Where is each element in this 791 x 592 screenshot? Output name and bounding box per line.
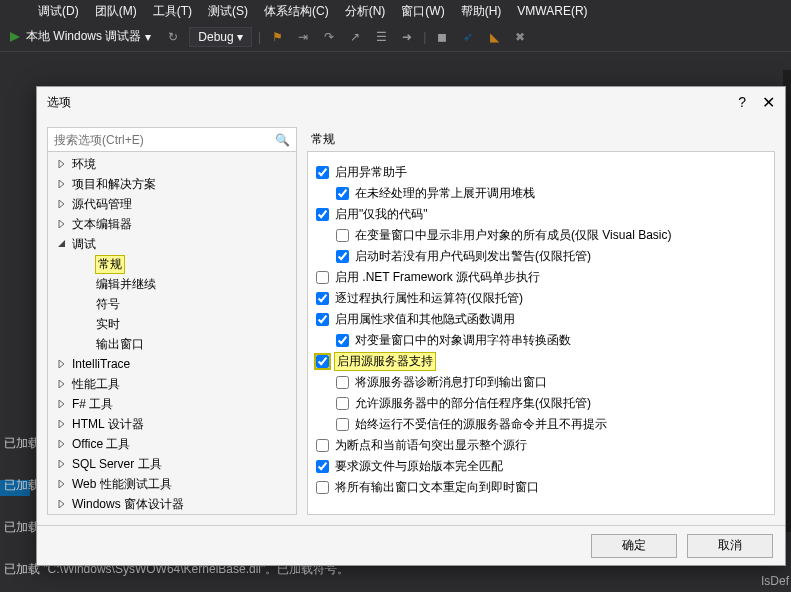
section-header: 常规 (307, 127, 775, 151)
tree-node-label: 调试 (72, 236, 96, 253)
flag-icon[interactable]: ⚑ (267, 27, 287, 47)
options-list: 启用异常助手在未经处理的异常上展开调用堆栈启用"仅我的代码"在变量窗口中显示非用… (307, 151, 775, 515)
ok-button[interactable]: 确定 (591, 534, 677, 558)
search-icon[interactable]: 🔍 (275, 133, 290, 147)
menu-test[interactable]: 测试(S) (202, 1, 254, 22)
option-checkbox[interactable] (316, 439, 329, 452)
list-icon[interactable]: ☰ (371, 27, 391, 47)
tree-node[interactable]: Office 工具 (48, 434, 296, 454)
expander-closed-icon[interactable] (56, 498, 68, 510)
expander-none (80, 278, 92, 290)
menu-tools[interactable]: 工具(T) (147, 1, 198, 22)
start-debug-button[interactable]: 本地 Windows 调试器 ▾ (4, 26, 157, 47)
close-icon[interactable]: ✕ (762, 93, 775, 112)
tree-node-label: 常规 (96, 256, 124, 273)
tree-node[interactable]: 编辑并继续 (48, 274, 296, 294)
bookmark-icon[interactable]: ◼ (432, 27, 452, 47)
option-row: 将源服务器诊断消息打印到输出窗口 (314, 372, 768, 392)
option-checkbox[interactable] (336, 250, 349, 263)
menu-vmware[interactable]: VMWARE(R) (511, 2, 593, 20)
tree-node[interactable]: 项目和解决方案 (48, 174, 296, 194)
help-icon[interactable]: ? (738, 94, 746, 110)
tag-icon[interactable]: ◣ (484, 27, 504, 47)
option-checkbox[interactable] (316, 208, 329, 221)
step-out-icon[interactable]: ↗ (345, 27, 365, 47)
option-label: 启用源服务器支持 (335, 353, 435, 370)
expander-closed-icon[interactable] (56, 158, 68, 170)
option-checkbox[interactable] (316, 313, 329, 326)
option-row: 启用"仅我的代码" (314, 204, 768, 224)
menu-help[interactable]: 帮助(H) (455, 1, 508, 22)
expander-closed-icon[interactable] (56, 418, 68, 430)
arrow-icon[interactable]: ➜ (397, 27, 417, 47)
tree-node[interactable]: F# 工具 (48, 394, 296, 414)
option-label: 始终运行不受信任的源服务器命令并且不再提示 (355, 416, 607, 433)
option-row: 启用源服务器支持 (314, 351, 768, 371)
expander-open-icon[interactable] (56, 238, 68, 250)
tree-node[interactable]: Web 性能测试工具 (48, 474, 296, 494)
option-checkbox[interactable] (336, 397, 349, 410)
tree-node[interactable]: 性能工具 (48, 374, 296, 394)
option-row: 对变量窗口中的对象调用字符串转换函数 (314, 330, 768, 350)
tree-node-label: 性能工具 (72, 376, 120, 393)
tree-node-label: 输出窗口 (96, 336, 144, 353)
status-text: IsDef (761, 574, 789, 588)
option-checkbox[interactable] (336, 376, 349, 389)
option-checkbox[interactable] (316, 166, 329, 179)
tree-node-label: HTML 设计器 (72, 416, 144, 433)
option-checkbox[interactable] (336, 334, 349, 347)
menu-window[interactable]: 窗口(W) (395, 1, 450, 22)
tree-node[interactable]: 输出窗口 (48, 334, 296, 354)
option-row: 为断点和当前语句突出显示整个源行 (314, 435, 768, 455)
config-dropdown[interactable]: Debug ▾ (189, 27, 252, 47)
expander-closed-icon[interactable] (56, 358, 68, 370)
expander-closed-icon[interactable] (56, 378, 68, 390)
category-tree[interactable]: 环境项目和解决方案源代码管理文本编辑器调试常规编辑并继续符号实时输出窗口Inte… (48, 152, 296, 514)
option-row: 要求源文件与原始版本完全匹配 (314, 456, 768, 476)
option-checkbox[interactable] (316, 460, 329, 473)
search-input[interactable] (54, 133, 275, 147)
refresh-icon[interactable]: ↻ (163, 27, 183, 47)
tree-node[interactable]: HTML 设计器 (48, 414, 296, 434)
step-over-icon[interactable]: ↷ (319, 27, 339, 47)
option-checkbox[interactable] (316, 481, 329, 494)
option-checkbox[interactable] (316, 292, 329, 305)
menu-architecture[interactable]: 体系结构(C) (258, 1, 335, 22)
option-checkbox[interactable] (316, 355, 329, 368)
step-icon[interactable]: ⇥ (293, 27, 313, 47)
pin-icon[interactable]: ➶ (458, 27, 478, 47)
tree-node[interactable]: 环境 (48, 154, 296, 174)
tree-node[interactable]: IntelliTrace (48, 354, 296, 374)
option-row: 始终运行不受信任的源服务器命令并且不再提示 (314, 414, 768, 434)
expander-closed-icon[interactable] (56, 398, 68, 410)
menu-analyze[interactable]: 分析(N) (339, 1, 392, 22)
cancel-button[interactable]: 取消 (687, 534, 773, 558)
tree-node-label: 环境 (72, 156, 96, 173)
tree-node[interactable]: 常规 (48, 254, 296, 274)
expander-closed-icon[interactable] (56, 218, 68, 230)
menu-debug[interactable]: 调试(D) (32, 1, 85, 22)
option-checkbox[interactable] (316, 271, 329, 284)
expander-closed-icon[interactable] (56, 198, 68, 210)
tree-node[interactable]: 文本编辑器 (48, 214, 296, 234)
menu-team[interactable]: 团队(M) (89, 1, 143, 22)
option-row: 启用 .NET Framework 源代码单步执行 (314, 267, 768, 287)
tree-node-label: F# 工具 (72, 396, 113, 413)
tree-node[interactable]: 源代码管理 (48, 194, 296, 214)
expander-closed-icon[interactable] (56, 178, 68, 190)
tree-node[interactable]: 实时 (48, 314, 296, 334)
option-checkbox[interactable] (336, 418, 349, 431)
cross-tool-icon[interactable]: ✖ (510, 27, 530, 47)
tree-node[interactable]: Windows 窗体设计器 (48, 494, 296, 514)
option-checkbox[interactable] (336, 229, 349, 242)
tree-node[interactable]: 调试 (48, 234, 296, 254)
expander-none (80, 318, 92, 330)
option-checkbox[interactable] (336, 187, 349, 200)
expander-closed-icon[interactable] (56, 478, 68, 490)
expander-closed-icon[interactable] (56, 458, 68, 470)
tree-node[interactable]: SQL Server 工具 (48, 454, 296, 474)
category-panel: 🔍 环境项目和解决方案源代码管理文本编辑器调试常规编辑并继续符号实时输出窗口In… (47, 127, 297, 515)
option-row: 在变量窗口中显示非用户对象的所有成员(仅限 Visual Basic) (314, 225, 768, 245)
expander-closed-icon[interactable] (56, 438, 68, 450)
tree-node[interactable]: 符号 (48, 294, 296, 314)
